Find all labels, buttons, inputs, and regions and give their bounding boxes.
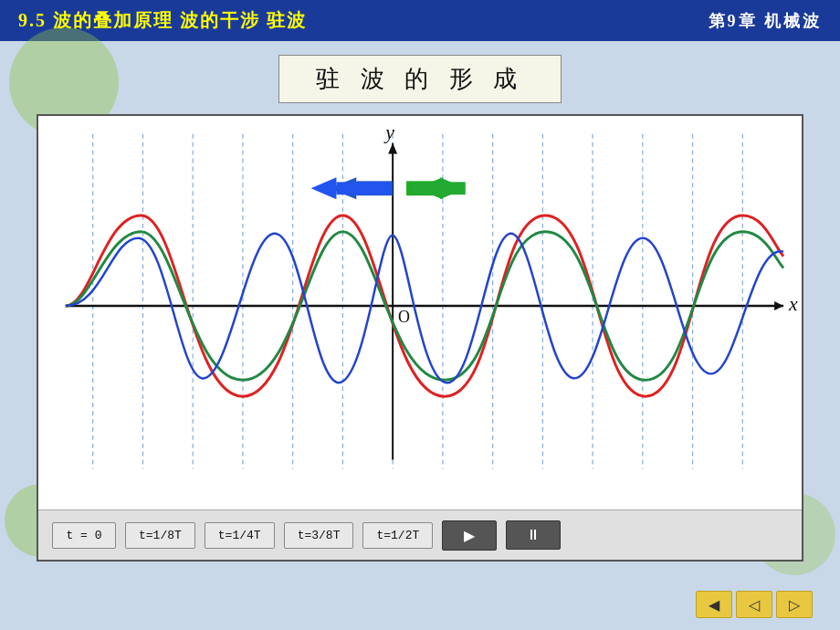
svg-rect-19 (336, 182, 391, 194)
section-title: 波的叠加原理 波的干涉 驻波 (53, 10, 307, 30)
svg-marker-18 (311, 177, 337, 199)
nav-forward-button[interactable]: ▷ (776, 591, 813, 618)
chapter-info: 第9章 机械波 (709, 10, 823, 32)
header-title: 9.5 波的叠加原理 波的干涉 驻波 (18, 8, 307, 33)
t1-button[interactable]: t=1/8T (125, 522, 195, 549)
play-button[interactable]: ▶ (442, 520, 497, 551)
x-axis-label: x (788, 293, 798, 315)
main-content: 驻 波 的 形 成 (0, 41, 840, 571)
wave-svg: x y O (38, 116, 802, 509)
nav-back-button[interactable]: ◁ (736, 591, 772, 618)
buttons-row: t = 0 t=1/8T t=1/4T t=3/8T t=1/2T ▶ ⏸ (38, 509, 802, 560)
t3-button[interactable]: t=3/8T (284, 522, 354, 549)
x-axis-arrow (774, 301, 783, 310)
header: 9.5 波的叠加原理 波的干涉 驻波 第9章 机械波 (0, 0, 840, 41)
origin-label: O (398, 308, 410, 326)
section-number: 9.5 (18, 10, 47, 30)
t4-button[interactable]: t=1/2T (362, 522, 433, 549)
bottom-nav: ◀ ◁ ▷ (677, 583, 831, 625)
wave-diagram: x y O (37, 114, 803, 562)
chapter-number: 第9章 (709, 12, 758, 30)
y-axis-label: y (383, 121, 394, 143)
nav-left-button[interactable]: ◀ (696, 591, 732, 618)
t0-button[interactable]: t = 0 (52, 522, 116, 549)
plot-area: x y O (38, 116, 802, 509)
chapter-title: 机械波 (764, 12, 822, 30)
section-subtitle: 驻 波 的 形 成 (278, 55, 562, 103)
svg-marker-21 (440, 177, 466, 199)
t2-button[interactable]: t=1/4T (205, 522, 275, 549)
pause-button[interactable]: ⏸ (506, 520, 561, 550)
y-axis-arrow (388, 143, 397, 154)
